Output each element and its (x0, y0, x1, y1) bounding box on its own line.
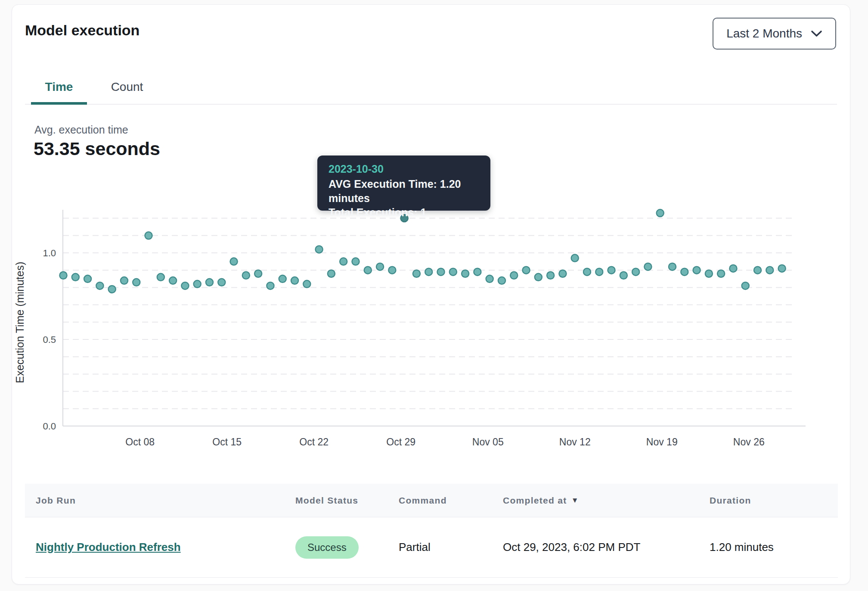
chart-tabs: Time Count (25, 70, 837, 105)
date-range-value: Last 2 Months (726, 27, 802, 40)
svg-text:Oct 29: Oct 29 (386, 436, 415, 448)
svg-text:Oct 22: Oct 22 (299, 436, 329, 448)
command-cell: Partial (388, 541, 492, 554)
duration-cell: 1.20 minutes (699, 541, 838, 554)
tab-time[interactable]: Time (25, 70, 93, 104)
job-runs-table: Job Run Model Status Command Completed a… (25, 484, 838, 578)
column-header-model-status[interactable]: Model Status (285, 495, 388, 506)
svg-text:Nov 05: Nov 05 (472, 436, 504, 448)
table-row: Nightly Production Refresh Success Parti… (25, 517, 838, 578)
svg-text:Nov 12: Nov 12 (559, 436, 591, 448)
column-header-duration[interactable]: Duration (699, 495, 838, 506)
date-range-dropdown[interactable]: Last 2 Months (713, 18, 836, 50)
column-header-command[interactable]: Command (388, 495, 492, 506)
tab-count[interactable]: Count (93, 70, 161, 104)
svg-text:0.5: 0.5 (43, 334, 56, 345)
table-header-row: Job Run Model Status Command Completed a… (25, 484, 838, 517)
sort-desc-icon: ▼ (571, 496, 579, 505)
tooltip-date: 2023-10-30 (329, 163, 479, 175)
status-badge: Success (295, 536, 359, 559)
column-header-completed-at[interactable]: Completed at ▼ (492, 495, 699, 506)
chart-tooltip: 2023-10-30 AVG Execution Time: 1.20 minu… (317, 156, 490, 211)
svg-text:Nov 26: Nov 26 (733, 436, 765, 448)
svg-text:Nov 19: Nov 19 (646, 436, 678, 448)
svg-text:1.0: 1.0 (43, 248, 56, 258)
model-execution-card: Model execution Last 2 Months Time Count… (12, 4, 850, 585)
tooltip-total-executions: Total Executions: 1 (329, 205, 479, 220)
avg-execution-time-value: 53.35 seconds (34, 138, 160, 159)
page-title: Model execution (25, 22, 140, 39)
model-execution-dashboard: Model execution Last 2 Months Time Count… (0, 0, 868, 591)
svg-text:Oct 08: Oct 08 (125, 436, 155, 448)
avg-execution-time-label: Avg. execution time (34, 124, 128, 136)
column-header-job-run[interactable]: Job Run (25, 495, 285, 506)
completed-at-cell: Oct 29, 2023, 6:02 PM PDT (492, 541, 699, 554)
job-run-link[interactable]: Nightly Production Refresh (36, 541, 181, 554)
chevron-down-icon (811, 30, 822, 37)
svg-text:Oct 15: Oct 15 (212, 436, 242, 448)
y-axis-title: Execution Time (minutes) (14, 249, 26, 396)
svg-text:0.0: 0.0 (43, 421, 56, 432)
tooltip-avg-execution-time: AVG Execution Time: 1.20 minutes (329, 177, 479, 205)
